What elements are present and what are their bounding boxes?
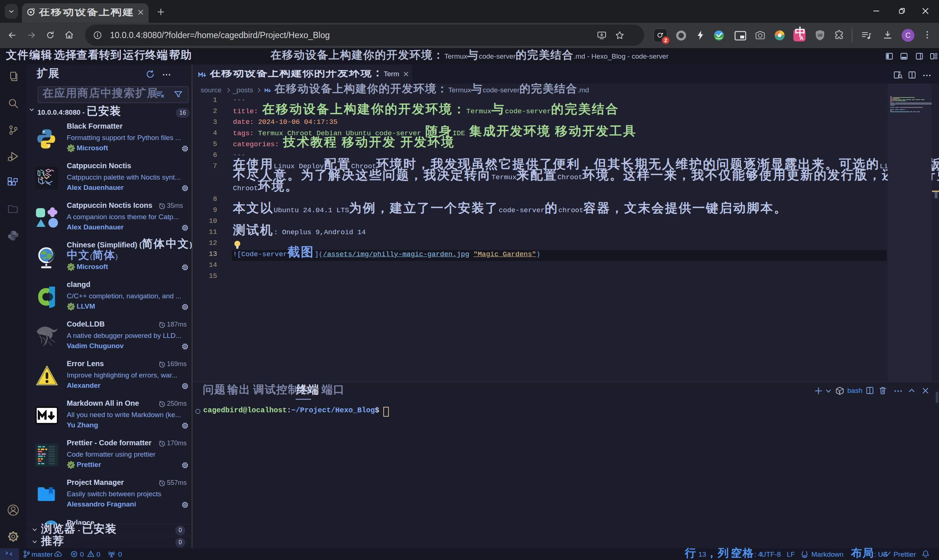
svg-text:U0: U0 (817, 33, 822, 37)
